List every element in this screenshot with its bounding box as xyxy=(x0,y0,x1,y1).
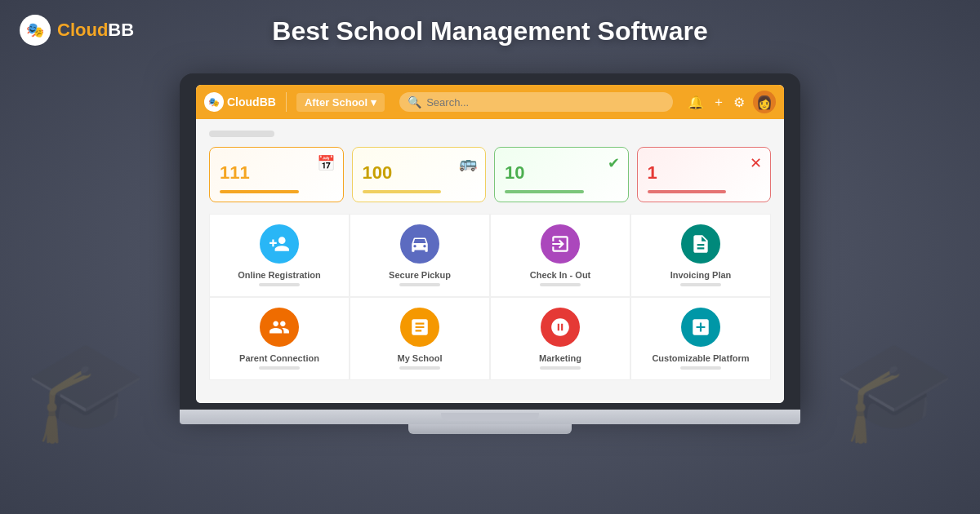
check-icon: ✔ xyxy=(608,154,620,172)
feature-customizable-platform[interactable]: Customizable Platform xyxy=(630,297,771,380)
feature-skeleton xyxy=(680,283,721,286)
stat-bar-calendar xyxy=(220,190,299,193)
school-label: After School xyxy=(305,96,368,109)
feature-invoicing-plan[interactable]: Invoicing Plan xyxy=(630,214,771,297)
feature-skeleton xyxy=(259,283,300,286)
parent-connection-label: Parent Connection xyxy=(239,353,319,363)
feature-secure-pickup[interactable]: Secure Pickup xyxy=(350,214,490,297)
page-title: Best School Management Software xyxy=(0,16,980,47)
bg-figure-right: 🎓 xyxy=(833,334,956,449)
laptop-screen: 🎭 CloudBB After School ▾ 🔍 🔔 ＋ ⚙ 👩 xyxy=(196,85,784,403)
stat-number-cross: 1 xyxy=(648,162,761,184)
bus-icon: 🚌 xyxy=(459,154,477,172)
features-grid: Online Registration Secure Pickup xyxy=(209,214,771,380)
feature-skeleton xyxy=(540,366,581,370)
stat-card-check: ✔ 10 xyxy=(494,147,629,202)
stat-bar-bus xyxy=(363,190,442,193)
calendar-icon: 📅 xyxy=(317,154,335,172)
app-logo-text: CloudBB xyxy=(227,95,276,109)
feature-parent-connection[interactable]: Parent Connection xyxy=(209,297,350,380)
feature-skeleton xyxy=(259,366,300,370)
secure-pickup-label: Secure Pickup xyxy=(389,270,451,280)
laptop-bezel: 🎭 CloudBB After School ▾ 🔍 🔔 ＋ ⚙ 👩 xyxy=(180,73,800,410)
customizable-platform-icon xyxy=(681,308,720,347)
online-registration-icon xyxy=(260,224,299,264)
invoicing-plan-label: Invoicing Plan xyxy=(670,270,732,280)
feature-skeleton xyxy=(680,366,721,370)
my-school-label: My School xyxy=(397,353,442,363)
search-bar[interactable]: 🔍 xyxy=(399,92,673,112)
laptop-base xyxy=(180,410,800,424)
stat-card-bus: 🚌 100 xyxy=(352,147,487,202)
feature-skeleton xyxy=(399,283,440,286)
app-content: 📅 111 🚌 100 ✔ 10 ✕ xyxy=(196,119,784,403)
feature-skeleton xyxy=(399,366,440,370)
stat-number-check: 10 xyxy=(505,162,618,184)
stat-card-calendar: 📅 111 xyxy=(209,147,344,202)
app-navbar: 🎭 CloudBB After School ▾ 🔍 🔔 ＋ ⚙ 👩 xyxy=(196,85,784,119)
stat-bar-check xyxy=(505,190,584,193)
feature-check-in-out[interactable]: Check In - Out xyxy=(490,214,630,297)
school-dropdown-button[interactable]: After School ▾ xyxy=(296,93,385,112)
feature-marketing[interactable]: Marketing xyxy=(490,297,630,380)
plus-icon[interactable]: ＋ xyxy=(712,94,725,111)
feature-my-school[interactable]: My School xyxy=(350,297,490,380)
user-avatar[interactable]: 👩 xyxy=(753,91,776,113)
search-icon: 🔍 xyxy=(408,95,421,109)
laptop-stand xyxy=(408,424,572,434)
gear-icon[interactable]: ⚙ xyxy=(733,95,745,110)
check-in-out-icon xyxy=(541,224,580,264)
marketing-icon xyxy=(541,308,580,347)
invoicing-plan-icon xyxy=(681,224,720,264)
search-input[interactable] xyxy=(426,96,665,109)
bell-icon[interactable]: 🔔 xyxy=(688,95,704,110)
customizable-platform-label: Customizable Platform xyxy=(652,353,749,363)
app-logo: 🎭 CloudBB xyxy=(204,92,276,112)
online-registration-label: Online Registration xyxy=(238,270,320,280)
feature-online-registration[interactable]: Online Registration xyxy=(209,214,350,297)
bg-figure-left: 🎓 xyxy=(24,334,147,449)
stats-row: 📅 111 🚌 100 ✔ 10 ✕ xyxy=(209,147,771,202)
nav-actions: 🔔 ＋ ⚙ 👩 xyxy=(688,91,776,113)
check-in-out-label: Check In - Out xyxy=(530,270,591,280)
cross-icon: ✕ xyxy=(750,154,762,172)
chevron-down-icon: ▾ xyxy=(371,96,376,109)
marketing-label: Marketing xyxy=(539,353,581,363)
app-logo-icon: 🎭 xyxy=(204,92,224,112)
my-school-icon xyxy=(400,308,439,347)
feature-skeleton xyxy=(540,283,581,286)
skeleton-bar xyxy=(209,131,274,137)
secure-pickup-icon xyxy=(400,224,439,264)
parent-connection-icon xyxy=(260,308,299,347)
stat-card-cross: ✕ 1 xyxy=(637,147,772,202)
laptop-notch xyxy=(441,413,539,421)
stat-bar-cross xyxy=(648,190,727,193)
nav-divider xyxy=(286,92,287,112)
laptop: 🎭 CloudBB After School ▾ 🔍 🔔 ＋ ⚙ 👩 xyxy=(180,73,800,434)
